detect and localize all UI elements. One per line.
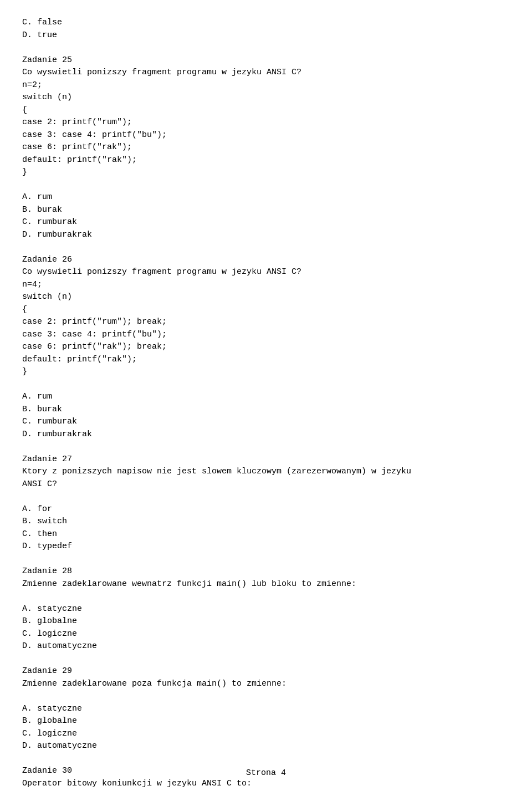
main-content: C. false D. true Zadanie 25 Co wyswietli… (22, 17, 510, 796)
page-footer: Strona 4 (0, 767, 532, 780)
